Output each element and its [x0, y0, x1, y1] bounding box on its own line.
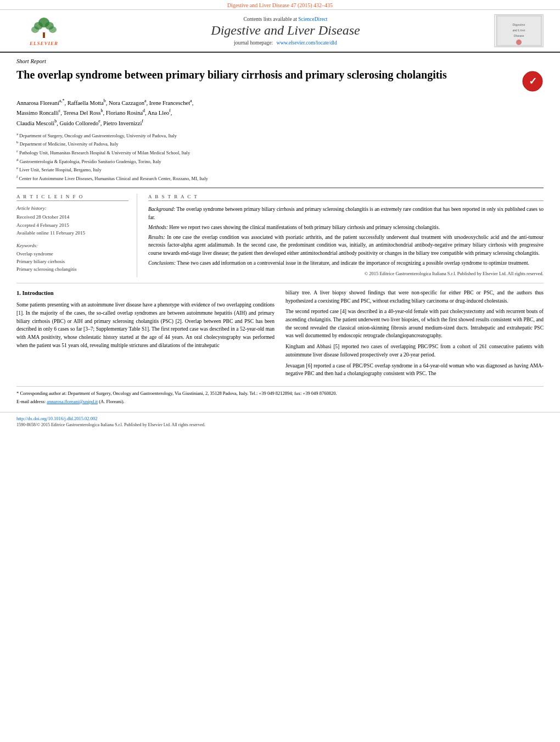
keyword-2: Primary biliary cirrhosis: [16, 258, 128, 265]
intro-paragraph-1: Some patients presenting with an autoimm…: [16, 301, 275, 349]
keyword-3: Primary sclerosing cholangitis: [16, 265, 128, 273]
abstract-background: Background: The overlap syndrome between…: [148, 205, 544, 221]
svg-rect-6: [43, 32, 45, 38]
journal-reference-bar: Digestive and Liver Disease 47 (2015) 43…: [0, 0, 560, 10]
abstract-copyright: © 2015 Editrice Gastroenterologica Itali…: [148, 270, 544, 277]
authors-list: Annarosa Floreania,*, Raffaella Mottab, …: [16, 98, 544, 128]
svg-point-12: [516, 40, 522, 45]
svg-text:Digestive: Digestive: [512, 23, 525, 26]
contents-text: Contents lists available at: [243, 16, 296, 22]
homepage-line: journal homepage: www.elsevier.com/locat…: [77, 40, 494, 46]
email-link[interactable]: annarosa.floreani@unipd.it: [47, 399, 98, 404]
info-abstract-section: A R T I C L E I N F O Article history: R…: [16, 187, 544, 277]
page: Digestive and Liver Disease 47 (2015) 43…: [0, 0, 560, 431]
homepage-text: journal homepage:: [234, 40, 273, 46]
affiliations-section: a Department of Surgery, Oncology and Ga…: [16, 131, 544, 182]
accepted-date: Accepted 4 February 2015: [16, 221, 128, 229]
journal-logo-svg: Digestive and Liver Disease: [496, 15, 542, 47]
received-date: Received 28 October 2014: [16, 213, 128, 221]
affiliation-a: a Department of Surgery, Oncology and Ga…: [16, 131, 544, 140]
affiliation-e: e Liver Unit, Seriate Hospital, Bergamo,…: [16, 165, 544, 174]
journal-header: ELSEVIER Contents lists available at Sci…: [0, 10, 560, 53]
intro-paragraph-5: Jevaagan [6] reported a case of PBC/PSC …: [285, 362, 544, 378]
available-date: Available online 11 February 2015: [16, 229, 128, 237]
svg-point-4: [31, 26, 39, 33]
article-dates: Received 28 October 2014 Accepted 4 Febr…: [16, 213, 128, 237]
keyword-1: Overlap syndrome: [16, 250, 128, 258]
body-col-left: 1. Introduction Some patients presenting…: [16, 289, 275, 381]
article-title: The overlap syndrome between primary bil…: [16, 68, 522, 82]
intro-paragraph-3: The second reported case [4] was describ…: [285, 308, 544, 340]
affiliation-f: f Center for Autoimmune Liver Diseases, …: [16, 174, 544, 182]
abstract-header: A B S T R A C T: [148, 194, 544, 201]
body-content: 1. Introduction Some patients presenting…: [16, 289, 544, 381]
conclusions-label: Conclusions:: [148, 260, 176, 266]
results-label: Results:: [148, 235, 165, 240]
intro-paragraph-2: biliary tree. A liver biopsy showed find…: [285, 289, 544, 305]
affiliation-c: c Pathology Unit, Humanitas Research Hos…: [16, 148, 544, 157]
crossmark-icon: ✓: [522, 70, 544, 92]
bottom-copyright: 1590-8658/© 2015 Editrice Gastroenterolo…: [16, 422, 544, 427]
journal-reference: Digestive and Liver Disease 47 (2015) 43…: [227, 2, 333, 8]
journal-logo-section: Digestive and Liver Disease: [494, 14, 549, 47]
svg-text:Disease: Disease: [513, 34, 524, 37]
keywords-label: Keywords:: [16, 243, 128, 248]
svg-point-5: [49, 26, 57, 33]
journal-title-section: Contents lists available at ScienceDirec…: [77, 16, 494, 46]
journal-name: Digestive and Liver Disease: [77, 23, 494, 38]
bottom-bar: http://dx.doi.org/10.1016/j.dld.2015.02.…: [0, 412, 560, 431]
article-info-column: A R T I C L E I N F O Article history: R…: [16, 194, 137, 277]
conclusions-text: These two cases add information on a con…: [177, 260, 529, 266]
article-title-section: The overlap syndrome between primary bil…: [16, 68, 544, 92]
main-content: Short Report The overlap syndrome betwee…: [0, 53, 560, 412]
intro-section-title: 1. Introduction: [16, 289, 275, 298]
svg-text:and Liver: and Liver: [512, 29, 525, 32]
abstract-methods: Methods: Here we report two cases showin…: [148, 224, 544, 231]
methods-label: Methods:: [148, 225, 168, 230]
svg-text:✓: ✓: [529, 76, 537, 87]
footnote-email: E-mail address: annarosa.floreani@unipd.…: [16, 398, 544, 405]
sciencedirect-link[interactable]: ScienceDirect: [298, 16, 327, 22]
crossmark-badge[interactable]: ✓: [522, 70, 544, 92]
keywords-section: Keywords: Overlap syndrome Primary bilia…: [16, 243, 128, 274]
results-text: In one case the overlap condition was as…: [148, 235, 544, 256]
keywords-list: Overlap syndrome Primary biliary cirrhos…: [16, 250, 128, 274]
doi-link[interactable]: http://dx.doi.org/10.1016/j.dld.2015.02.…: [16, 416, 97, 421]
footnote-corresponding: * Corresponding author at: Department of…: [16, 390, 544, 397]
homepage-link[interactable]: www.elsevier.com/locate/dld: [277, 40, 337, 46]
abstract-results: Results: In one case the overlap conditi…: [148, 233, 544, 257]
background-label: Background:: [148, 207, 175, 212]
abstract-conclusions: Conclusions: These two cases add informa…: [148, 259, 544, 267]
article-type-label: Short Report: [16, 58, 544, 64]
intro-paragraph-4: Kingham and Abbasi [5] reported two case…: [285, 343, 544, 359]
background-text: The overlap syndrome between primary bil…: [148, 207, 544, 220]
elsevier-tree-icon: [27, 16, 60, 41]
elsevier-brand-label: ELSEVIER: [30, 41, 58, 46]
journal-logo-image: Digestive and Liver Disease: [494, 14, 544, 47]
contents-line: Contents lists available at ScienceDirec…: [77, 16, 494, 22]
elsevier-logo-section: ELSEVIER: [11, 16, 77, 46]
article-info-header: A R T I C L E I N F O: [16, 194, 128, 201]
section-title-text: Introduction: [23, 290, 54, 296]
article-history-label: Article history:: [16, 205, 128, 211]
body-col-right: biliary tree. A liver biopsy showed find…: [285, 289, 544, 381]
section-number: 1.: [16, 290, 23, 296]
affiliation-b: b Department of Medicine, University of …: [16, 140, 544, 148]
affiliation-d: d Gastroenterologia & Epatologia, Presid…: [16, 157, 544, 165]
footnotes-section: * Corresponding author at: Department of…: [16, 386, 544, 405]
methods-text: Here we report two cases showing the cli…: [169, 225, 440, 230]
content-divider: [16, 283, 544, 283]
abstract-text: Background: The overlap syndrome between…: [148, 205, 544, 277]
abstract-column: A B S T R A C T Background: The overlap …: [148, 194, 544, 277]
